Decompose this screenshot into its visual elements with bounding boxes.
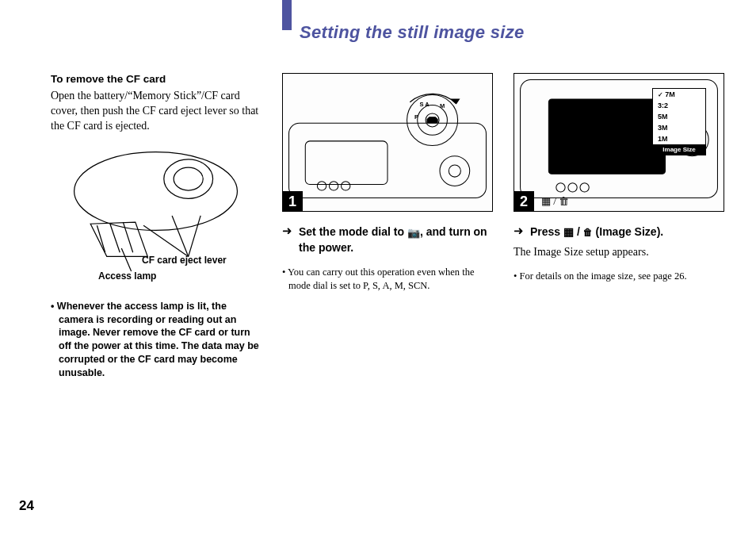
svg-line-6	[122, 248, 132, 271]
remove-cf-heading: To remove the CF card	[51, 73, 262, 85]
step2-instruction: Press ▦ / 🗑 (Image Size).	[530, 224, 663, 240]
step1-text-a: Set the mode dial to	[299, 225, 407, 238]
cf-warning: Whenever the access lamp is lit, the cam…	[51, 300, 262, 380]
image-size-button-icons: ▦ / 🗑	[541, 195, 569, 208]
menu-item-3-2: 3:2	[653, 100, 705, 111]
svg-rect-22	[548, 99, 665, 174]
step1-instruction: Set the mode dial to 📷, and turn on the …	[299, 224, 493, 255]
camera-eject-illustration	[58, 134, 254, 273]
svg-point-27	[580, 183, 589, 192]
svg-text:M: M	[440, 102, 445, 109]
grid-icon: ▦	[563, 225, 574, 238]
col-step-2: 7M 3:2 5M 3M 1M Image Size ▦ / 🗑 2 ➜ Pre…	[514, 73, 724, 380]
svg-rect-12	[305, 141, 388, 185]
col-remove-cf-card: To remove the CF card Open the battery/“…	[51, 73, 262, 380]
step2-followup: The Image Size setup appears.	[514, 246, 724, 259]
col-step-1: S A M P 1 ➜ Set the mode dial to 📷, and …	[282, 73, 493, 380]
step1-number: 1	[282, 191, 303, 212]
svg-point-26	[568, 183, 577, 192]
step1-figure: S A M P 1	[282, 73, 493, 212]
svg-point-2	[174, 167, 204, 190]
svg-point-1	[164, 159, 213, 198]
step2-text-a: Press	[530, 225, 563, 238]
cf-eject-diagram: CF card eject lever Access lamp	[51, 134, 262, 273]
trash-icon: 🗑	[583, 227, 593, 238]
step2-note: For details on the image size, see page …	[514, 270, 724, 283]
camera-mode-dial-illustration: S A M P	[283, 74, 492, 205]
headline-accent-bar	[282, 0, 292, 30]
svg-point-15	[342, 182, 350, 190]
step2-figure: 7M 3:2 5M 3M 1M Image Size ▦ / 🗑 2	[514, 73, 724, 212]
page-number: 24	[19, 498, 34, 514]
menu-label: Image Size	[653, 144, 705, 155]
menu-item-7m: 7M	[653, 89, 705, 100]
svg-text:S A: S A	[420, 101, 430, 108]
menu-item-1m: 1M	[653, 133, 705, 144]
camera-mode-icon: 📷	[407, 227, 420, 239]
step2-number: 2	[514, 191, 534, 212]
svg-point-0	[74, 151, 238, 230]
image-size-menu: 7M 3:2 5M 3M 1M Image Size	[652, 88, 706, 155]
menu-item-5m: 5M	[653, 111, 705, 122]
callout-eject-lever: CF card eject lever	[142, 255, 227, 266]
page-headline: Setting the still image size	[285, 22, 724, 43]
svg-point-17	[449, 165, 460, 177]
svg-point-25	[556, 183, 565, 192]
svg-marker-11	[452, 99, 459, 104]
step2-text-b: (Image Size).	[593, 225, 663, 238]
svg-point-14	[329, 182, 338, 190]
remove-cf-body: Open the battery/“Memory Stick”/CF card …	[51, 89, 262, 134]
menu-item-3m: 3M	[653, 122, 705, 133]
right-arrow-icon: ➜	[514, 225, 524, 237]
callout-access-lamp: Access lamp	[98, 270, 156, 282]
svg-text:P: P	[414, 113, 418, 121]
svg-line-5	[189, 216, 200, 256]
svg-point-13	[317, 182, 326, 190]
step1-note: You can carry out this operation even wh…	[282, 266, 493, 293]
svg-point-16	[440, 156, 470, 186]
right-arrow-icon: ➜	[282, 225, 292, 237]
